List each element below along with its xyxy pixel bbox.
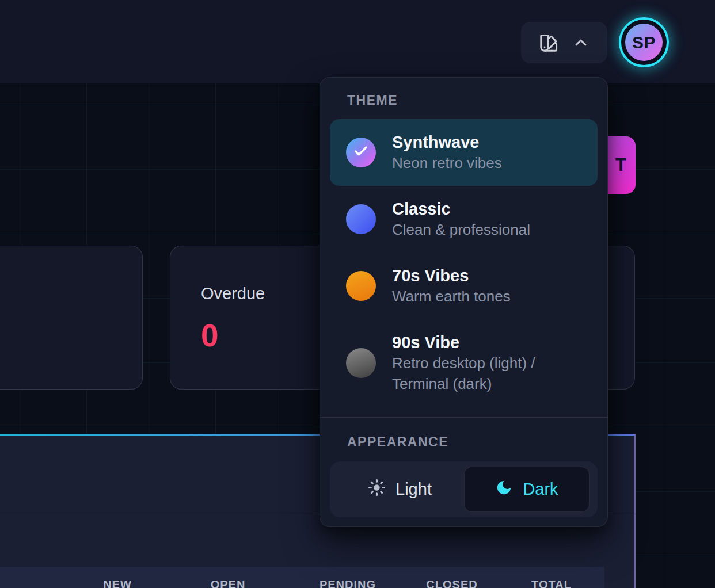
column-header-open: OPEN [211,578,246,588]
theme-option-title: 90s Vibe [392,332,565,353]
theme-option-title: Synthwave [392,132,502,152]
theme-option-description: Warm earth tones [392,286,511,307]
appearance-option-dark[interactable]: Dark [464,467,590,512]
classic-swatch [346,204,376,234]
swatch-book-icon [538,32,560,54]
chevron-up-icon [572,33,590,52]
top-bar: SP [0,0,715,83]
theme-menu-button[interactable] [521,22,607,63]
theme-section-label: THEME [347,91,598,109]
column-header-new: NEW [103,578,132,588]
theme-option-description: Retro desktop (light) / Terminal (dark) [392,353,565,394]
theme-option-classic[interactable]: Classic Clean & professional [330,186,598,253]
90s-vibe-swatch [346,348,376,378]
theme-dropdown-menu: THEME Synthwave Neon retro vibes Classic… [320,77,608,527]
stat-card-left [0,246,143,390]
menu-divider [320,417,607,418]
theme-option-title: 70s Vibes [392,265,511,286]
sun-icon [368,479,386,501]
tickets-table-header: NEW OPEN PENDING CLOSED TOTAL [0,567,604,588]
theme-option-title: Classic [392,198,530,219]
theme-option-description: Clean & professional [392,219,530,240]
column-header-pending: PENDING [320,578,376,588]
dark-label: Dark [523,480,558,499]
appearance-option-light[interactable]: Light [336,467,464,512]
column-header-total: TOTAL [531,578,572,588]
check-icon [353,143,369,162]
column-header-closed: CLOSED [426,578,477,588]
theme-option-90s-vibe[interactable]: 90s Vibe Retro desktop (light) / Termina… [330,319,598,407]
theme-option-synthwave[interactable]: Synthwave Neon retro vibes [330,119,598,186]
70s-vibes-swatch [346,271,376,301]
avatar-initials: SP [625,24,663,61]
light-label: Light [395,480,432,499]
theme-option-description: Neon retro vibes [392,152,502,173]
new-ticket-button-label: T [615,155,626,175]
appearance-toggle: Light Dark [330,461,598,517]
user-avatar[interactable]: SP [619,17,669,67]
synthwave-swatch [346,138,376,167]
theme-option-70s-vibes[interactable]: 70s Vibes Warm earth tones [330,253,598,319]
moon-icon [495,479,513,501]
appearance-section-label: APPEARANCE [347,433,598,451]
